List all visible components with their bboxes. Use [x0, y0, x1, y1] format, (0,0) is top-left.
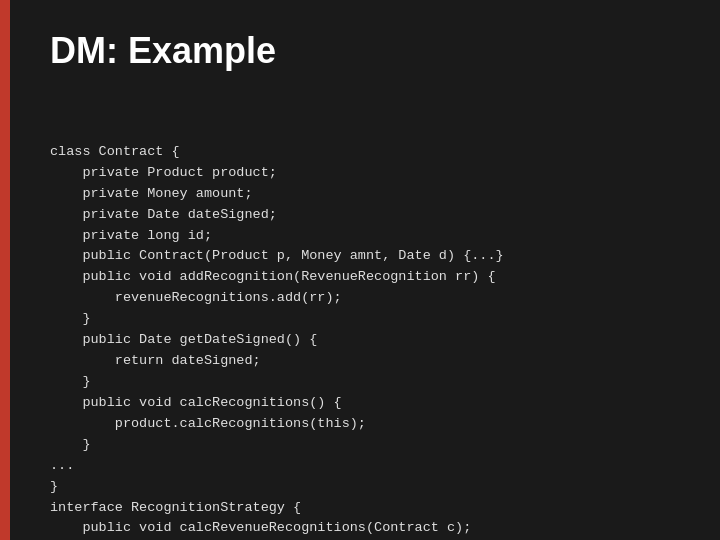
- code-line: public Date getDateSigned() {: [50, 330, 680, 351]
- code-line: ...: [50, 456, 680, 477]
- code-line: product.calcRecognitions(this);: [50, 414, 680, 435]
- code-line: public void addRecognition(RevenueRecogn…: [50, 267, 680, 288]
- slide: DM: Example class Contract { private Pro…: [0, 0, 720, 540]
- code-block: class Contract { private Product product…: [50, 100, 680, 540]
- left-accent-bar: [0, 0, 10, 540]
- code-line: }: [50, 435, 680, 456]
- code-line: return dateSigned;: [50, 351, 680, 372]
- code-line: class Contract {: [50, 142, 680, 163]
- code-line: public void calcRecognitions() {: [50, 393, 680, 414]
- slide-content: DM: Example class Contract { private Pro…: [0, 0, 720, 540]
- code-line: revenueRecognitions.add(rr);: [50, 288, 680, 309]
- code-line: interface RecognitionStrategy {: [50, 498, 680, 519]
- code-line: }: [50, 372, 680, 393]
- code-line: private Date dateSigned;: [50, 205, 680, 226]
- code-line: private Product product;: [50, 163, 680, 184]
- code-line: private long id;: [50, 226, 680, 247]
- code-line: }: [50, 309, 680, 330]
- code-line: private Money amount;: [50, 184, 680, 205]
- code-line: public void calcRevenueRecognitions(Cont…: [50, 518, 680, 539]
- slide-title: DM: Example: [50, 30, 680, 72]
- code-line: public Contract(Product p, Money amnt, D…: [50, 246, 680, 267]
- code-line: }: [50, 477, 680, 498]
